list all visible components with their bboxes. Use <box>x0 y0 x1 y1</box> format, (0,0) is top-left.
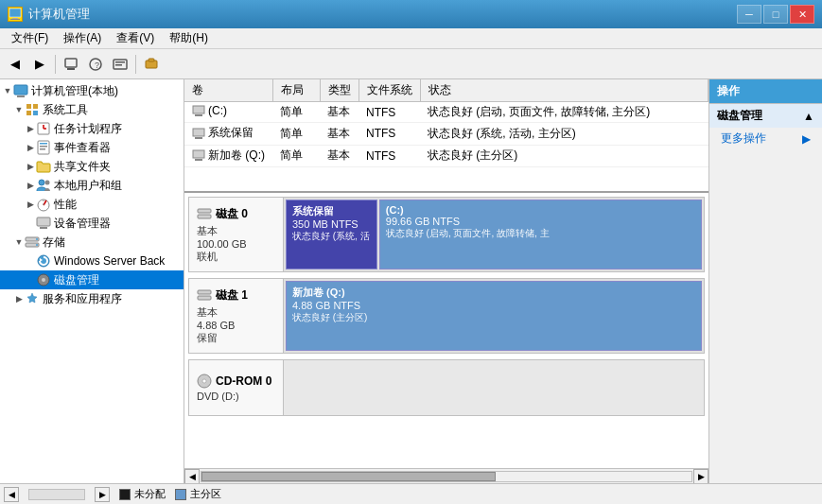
sidebar-item-localusers[interactable]: ▶ 本地用户和组 <box>0 176 184 195</box>
arrow-tasksched: ▶ <box>25 123 36 134</box>
svg-rect-49 <box>198 296 211 300</box>
svg-rect-31 <box>40 227 47 229</box>
icon-services <box>25 291 40 306</box>
status-bar: ◀ ▶ 未分配 主分区 <box>0 483 822 504</box>
partition-sysreserved-status: 状态良好 (系统, 活 <box>292 230 371 243</box>
sidebar-item-winbackup[interactable]: Windows Server Back <box>0 252 184 270</box>
disk-0-status: 联机 <box>197 250 275 264</box>
label-eventviewer: 事件查看器 <box>54 140 111 156</box>
minimize-button[interactable]: ─ <box>737 5 761 24</box>
partition-c-label: (C:) <box>386 204 695 216</box>
chevron-right-icon: ▶ <box>802 132 811 146</box>
col-vol[interactable]: 卷 <box>184 79 272 102</box>
toolbar-btn-3[interactable] <box>109 53 131 76</box>
toolbar-btn-4[interactable] <box>140 53 163 76</box>
cell-fs-0: NTFS <box>359 102 420 123</box>
cell-vol-0: (C:) <box>184 102 272 123</box>
maximize-button[interactable]: □ <box>763 5 788 24</box>
sidebar-scrollbar[interactable] <box>28 489 85 500</box>
sidebar-item-sharedfolders[interactable]: ▶ 共享文件夹 <box>0 157 184 176</box>
col-status[interactable]: 状态 <box>420 79 708 102</box>
partition-sysreserved-size: 350 MB NTFS <box>292 218 371 230</box>
sidebar-item-devicemgr[interactable]: 设备管理器 <box>0 214 184 233</box>
disk-1-name: 磁盘 1 <box>197 287 275 304</box>
forward-button[interactable]: ▶ <box>28 53 51 76</box>
arrow-eventviewer: ▶ <box>25 142 36 153</box>
partition-sysreserved-label: 系统保留 <box>292 204 371 218</box>
close-button[interactable]: ✕ <box>790 5 814 24</box>
disk-0-type: 基本 <box>197 224 275 238</box>
back-button[interactable]: ◀ <box>4 53 26 76</box>
sidebar-item-tasksched[interactable]: ▶ 任务计划程序 <box>0 119 184 138</box>
partition-c-size: 99.66 GB NTFS <box>386 216 695 227</box>
svg-rect-14 <box>26 104 31 109</box>
disk-1-info: 磁盘 1 基本 4.88 GB 保留 <box>189 279 284 353</box>
disk-1-partitions: 新加卷 (Q:) 4.88 GB NTFS 状态良好 (主分区) <box>284 279 704 353</box>
cell-vol-2: 新加卷 (Q:) <box>184 145 272 167</box>
content-area: 卷 布局 类型 文件系统 状态 (C:) <box>184 79 708 483</box>
scroll-left-btn[interactable]: ◀ <box>184 469 200 484</box>
table-row[interactable]: (C:) 简单 基本 NTFS 状态良好 (启动, 页面文件, 故障转储, 主分… <box>184 102 708 123</box>
svg-rect-11 <box>149 59 154 61</box>
sidebar-item-systools[interactable]: ▼ 系统工具 <box>0 100 184 119</box>
menu-file[interactable]: 文件(F) <box>4 28 56 48</box>
disk-0-partitions: 系统保留 350 MB NTFS 状态良好 (系统, 活 (C:) 99.66 … <box>284 198 704 271</box>
up-button[interactable] <box>60 53 82 76</box>
partition-sysreserved[interactable]: 系统保留 350 MB NTFS 状态良好 (系统, 活 <box>286 200 377 269</box>
svg-rect-22 <box>40 143 47 145</box>
sidebar-item-services[interactable]: ▶ 服务和应用程序 <box>0 289 184 308</box>
col-type[interactable]: 类型 <box>320 79 359 102</box>
window-title: 计算机管理 <box>28 6 90 23</box>
svg-rect-9 <box>115 64 122 66</box>
legend-unallocated: 未分配 <box>119 487 166 501</box>
col-layout[interactable]: 布局 <box>272 79 320 102</box>
sidebar-item-root[interactable]: ▼ 计算机管理(本地) <box>0 81 184 100</box>
arrow-performance: ▶ <box>25 199 36 210</box>
sidebar-item-performance[interactable]: ▶ 性能 <box>0 195 184 214</box>
menu-action[interactable]: 操作(A) <box>56 28 109 48</box>
toolbar-btn-2[interactable]: ? <box>84 53 107 76</box>
svg-rect-16 <box>26 111 31 115</box>
arrow-diskmgmt <box>25 274 36 286</box>
label-systools: 系统工具 <box>43 102 88 118</box>
svg-point-25 <box>39 180 44 185</box>
disk-graph-area: 磁盘 0 基本 100.00 GB 联机 系统保留 350 MB NTFS 状态… <box>184 193 708 468</box>
cell-layout-2: 简单 <box>272 145 320 167</box>
svg-point-26 <box>45 181 50 185</box>
partition-q[interactable]: 新加卷 (Q:) 4.88 GB NTFS 状态良好 (主分区) <box>286 281 702 351</box>
svg-rect-13 <box>17 96 25 97</box>
cell-status-0: 状态良好 (启动, 页面文件, 故障转储, 主分区) <box>420 102 708 123</box>
menu-view[interactable]: 查看(V) <box>109 28 162 48</box>
horizontal-scrollbar[interactable] <box>201 471 692 482</box>
table-row[interactable]: 新加卷 (Q:) 简单 基本 NTFS 状态良好 (主分区) <box>184 145 708 167</box>
label-devicemgr: 设备管理器 <box>54 216 111 232</box>
partition-c[interactable]: (C:) 99.66 GB NTFS 状态良好 (启动, 页面文件, 故障转储,… <box>379 200 702 269</box>
table-row[interactable]: 系统保留 简单 基本 NTFS 状态良好 (系统, 活动, 主分区) <box>184 123 708 146</box>
menu-help[interactable]: 帮助(H) <box>162 28 216 48</box>
sidebar-scroll-right[interactable]: ▶ <box>95 487 110 502</box>
action-more-ops[interactable]: 更多操作 ▶ <box>709 128 822 149</box>
cdrom-name: CD-ROM 0 <box>197 374 275 389</box>
icon-root <box>13 83 28 98</box>
svg-point-35 <box>36 244 38 246</box>
scroll-right-btn[interactable]: ▶ <box>693 469 708 484</box>
svg-rect-30 <box>37 217 50 226</box>
legend-primary: 主分区 <box>175 487 221 501</box>
sidebar-item-eventviewer[interactable]: ▶ 事件查看器 <box>0 138 184 157</box>
svg-rect-48 <box>198 290 211 294</box>
col-fs[interactable]: 文件系统 <box>359 79 420 102</box>
action-section-diskmgmt-label: 磁盘管理 <box>717 108 762 124</box>
sidebar-item-diskmgmt[interactable]: 磁盘管理 <box>0 270 184 289</box>
svg-rect-3 <box>65 59 77 67</box>
action-section-diskmgmt[interactable]: 磁盘管理 ▲ <box>709 103 822 128</box>
label-sharedfolders: 共享文件夹 <box>54 159 111 175</box>
cdrom-type: DVD (D:) <box>197 391 275 402</box>
svg-rect-8 <box>115 61 125 63</box>
sidebar-scroll-left[interactable]: ◀ <box>4 487 19 502</box>
scrollbar-thumb <box>201 472 496 481</box>
svg-text:?: ? <box>95 61 99 70</box>
cell-status-2: 状态良好 (主分区) <box>420 145 708 167</box>
table-area: 卷 布局 类型 文件系统 状态 (C:) <box>184 79 708 193</box>
sidebar-item-storage[interactable]: ▼ 存储 <box>0 233 184 252</box>
cell-fs-1: NTFS <box>359 123 420 146</box>
